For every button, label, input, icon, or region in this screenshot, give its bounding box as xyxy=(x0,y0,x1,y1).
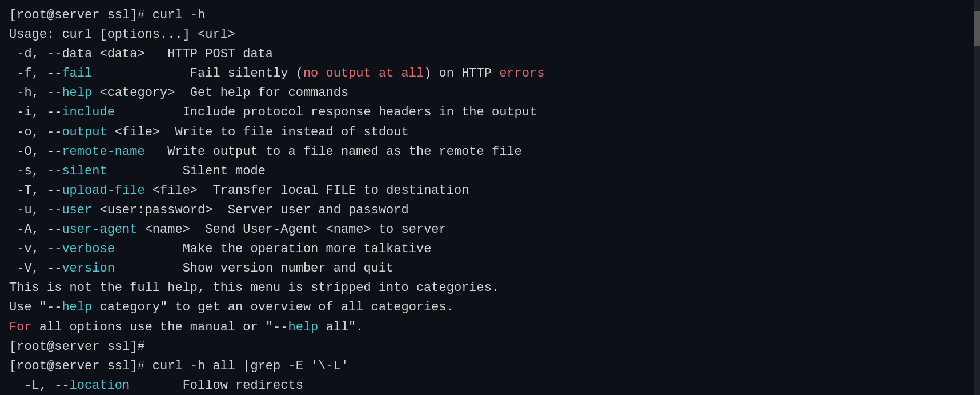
terminal-text: user-agent xyxy=(62,222,137,237)
terminal-text: -V, -- xyxy=(9,261,62,276)
terminal-line: -i, --include Include protocol response … xyxy=(9,103,971,122)
terminal-text: no output at all xyxy=(303,66,424,81)
terminal-text: -o, -- xyxy=(9,125,62,139)
terminal-line: Usage: curl [options...] <url> xyxy=(9,25,971,45)
scrollbar-thumb[interactable] xyxy=(974,11,980,46)
terminal-text: help xyxy=(62,86,92,100)
terminal-text: all options use the manual or "-- xyxy=(32,320,288,334)
terminal-text: output xyxy=(62,125,107,139)
terminal-text: -A, -- xyxy=(9,222,62,237)
terminal-text: Silent mode xyxy=(107,164,266,178)
terminal-text: Usage: curl [options...] <url> xyxy=(9,27,235,42)
terminal-text: This is not the full help, this menu is … xyxy=(9,281,499,295)
terminal-line: -L, --location Follow redirects xyxy=(9,376,971,395)
terminal-line: -f, --fail Fail silently (no output at a… xyxy=(9,64,971,83)
terminal-text: errors xyxy=(499,66,544,81)
terminal-text: remote-name xyxy=(62,145,144,159)
terminal-text: For xyxy=(9,320,32,334)
terminal-line: -v, --verbose Make the operation more ta… xyxy=(9,240,971,259)
terminal-text: help xyxy=(62,300,92,314)
terminal-text: category" to get an overview of all cate… xyxy=(92,300,454,314)
terminal-text: fail xyxy=(62,66,92,81)
terminal-line: [root@server ssl]# curl -h all |grep -E … xyxy=(9,357,971,376)
scrollbar[interactable] xyxy=(974,0,980,395)
terminal-text: <file> Write to file instead of stdout xyxy=(107,125,409,139)
terminal-line: [root@server ssl]# xyxy=(9,337,971,357)
terminal-line: -A, --user-agent <name> Send User-Agent … xyxy=(9,220,971,240)
terminal-text: -L, -- xyxy=(9,378,70,393)
terminal-text: Use "-- xyxy=(9,300,62,314)
terminal-text: -i, -- xyxy=(9,105,62,119)
terminal-text: <name> Send User-Agent <name> to server xyxy=(137,222,446,237)
terminal-text: verbose xyxy=(62,242,114,256)
terminal-line: [root@server ssl]# curl -h xyxy=(9,6,971,25)
terminal-text: silent xyxy=(62,164,107,178)
terminal-text: -u, -- xyxy=(9,203,62,217)
terminal-line: -u, --user <user:password> Server user a… xyxy=(9,201,971,220)
terminal-line: Use "--help category" to get an overview… xyxy=(9,298,971,317)
terminal-text: [root@server ssl]# xyxy=(9,340,145,354)
terminal-line: This is not the full help, this menu is … xyxy=(9,278,971,298)
terminal-content: [root@server ssl]# curl -hUsage: curl [o… xyxy=(9,6,971,395)
terminal-text: Make the operation more talkative xyxy=(115,242,432,256)
terminal-line: -O, --remote-name Write output to a file… xyxy=(9,142,971,162)
terminal-line: For all options use the manual or "--hel… xyxy=(9,318,971,337)
terminal-text: -O, -- xyxy=(9,145,62,159)
terminal-text: Include protocol response headers in the… xyxy=(115,105,537,119)
terminal-line: -T, --upload-file <file> Transfer local … xyxy=(9,181,971,201)
terminal-text: all". xyxy=(318,320,363,334)
terminal-text: Show version number and quit xyxy=(115,261,393,276)
terminal-text: -T, -- xyxy=(9,183,62,198)
terminal-line: -d, --data <data> HTTP POST data xyxy=(9,45,971,64)
terminal-text: include xyxy=(62,105,114,119)
terminal-text: [root@server ssl]# curl -h all |grep -E … xyxy=(9,359,348,373)
terminal-line: -V, --version Show version number and qu… xyxy=(9,259,971,278)
terminal-text: location xyxy=(70,378,130,393)
terminal-text: -d, --data <data> HTTP POST data xyxy=(9,47,273,61)
terminal-text: [root@server ssl]# curl -h xyxy=(9,8,205,22)
terminal-text: -s, -- xyxy=(9,164,62,178)
terminal-line: -h, --help <category> Get help for comma… xyxy=(9,83,971,103)
terminal-text: user xyxy=(62,203,92,217)
terminal-text: help xyxy=(288,320,318,334)
terminal-text: Write output to a file named as the remo… xyxy=(145,145,522,159)
terminal-line: -s, --silent Silent mode xyxy=(9,162,971,181)
terminal-text: <user:password> Server user and password xyxy=(92,203,409,217)
terminal-line: -o, --output <file> Write to file instea… xyxy=(9,123,971,142)
terminal-text: -h, -- xyxy=(9,86,62,100)
terminal-text: ) on HTTP xyxy=(424,66,499,81)
terminal-text: -v, -- xyxy=(9,242,62,256)
terminal-text: -f, -- xyxy=(9,66,62,81)
terminal-text: upload-file xyxy=(62,183,144,198)
terminal-text: <file> Transfer local FILE to destinatio… xyxy=(145,183,469,198)
terminal-text: <category> Get help for commands xyxy=(92,86,348,100)
terminal-window: [root@server ssl]# curl -hUsage: curl [o… xyxy=(0,0,980,395)
terminal-text: Fail silently ( xyxy=(92,66,303,81)
terminal-text: version xyxy=(62,261,114,276)
terminal-text: Follow redirects xyxy=(130,378,303,393)
